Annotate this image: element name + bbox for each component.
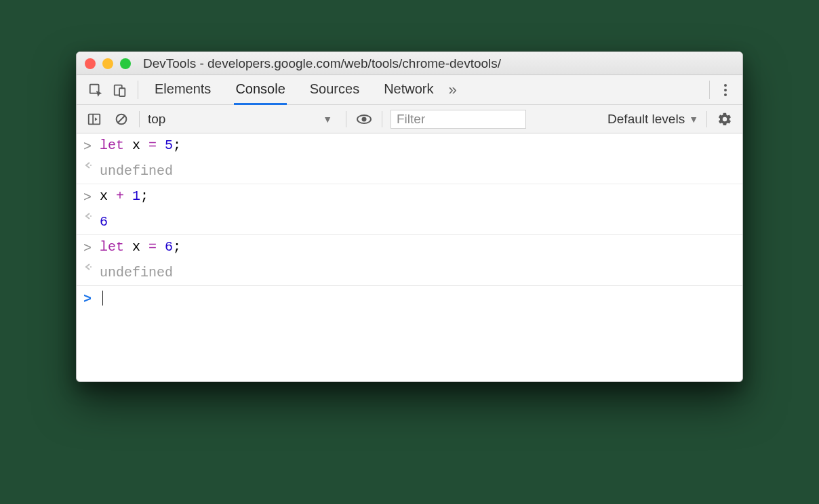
levels-label: Default levels [607, 112, 685, 127]
text-cursor [102, 291, 103, 306]
window-close-button[interactable] [85, 58, 96, 69]
more-options-button[interactable] [715, 75, 736, 104]
tab-network[interactable]: Network [382, 75, 435, 105]
code-text: let x = 6; [100, 235, 181, 259]
inspect-element-icon[interactable] [83, 75, 108, 104]
device-toolbar-icon[interactable] [108, 75, 132, 104]
divider [706, 111, 707, 127]
window-minimize-button[interactable] [102, 58, 113, 69]
svg-marker-5 [95, 117, 98, 121]
code-text: let x = 5; [100, 133, 181, 158]
svg-point-11 [90, 215, 92, 217]
code-text: undefined [100, 261, 173, 285]
prompt-marker-icon: > [83, 286, 100, 312]
output-marker-icon [83, 210, 100, 221]
console-toolbar: top ▼ Default levels ▼ [77, 105, 742, 133]
execution-context-selector[interactable]: top ▼ [148, 112, 338, 127]
title-bar: DevTools - developers.google.com/web/too… [77, 52, 742, 75]
console-input-line: >let x = 6; [77, 235, 742, 261]
console-input-line: >let x = 5; [77, 133, 742, 159]
tab-sources[interactable]: Sources [308, 75, 361, 105]
divider [138, 81, 138, 99]
console-settings-icon[interactable] [715, 110, 734, 129]
code-text: x + 1; [100, 184, 148, 209]
divider [346, 111, 346, 127]
console-prompt[interactable]: > [77, 286, 742, 312]
svg-line-7 [118, 115, 125, 122]
console-output-line: undefined [77, 261, 742, 286]
log-levels-selector[interactable]: Default levels ▼ [607, 112, 698, 127]
code-text: undefined [100, 159, 173, 184]
chevron-down-icon: ▼ [689, 114, 698, 125]
window-zoom-button[interactable] [120, 58, 131, 69]
window-title: DevTools - developers.google.com/web/too… [143, 56, 501, 71]
svg-rect-3 [89, 114, 100, 124]
show-console-sidebar-icon[interactable] [85, 110, 104, 129]
console-output: >let x = 5;undefined>x + 1;6>let x = 6;u… [77, 133, 742, 312]
output-marker-icon [83, 261, 100, 272]
devtools-window: DevTools - developers.google.com/web/too… [76, 51, 743, 382]
divider [709, 81, 710, 99]
live-expression-icon[interactable] [355, 110, 374, 129]
chevron-down-icon: ▼ [323, 114, 332, 125]
context-label: top [148, 112, 165, 127]
svg-point-9 [362, 117, 367, 121]
console-filter-input[interactable] [391, 110, 526, 129]
svg-point-12 [90, 266, 92, 268]
tab-list: Elements Console Sources Network [144, 75, 445, 104]
output-marker-icon [83, 159, 100, 170]
svg-point-10 [90, 165, 92, 166]
prompt-input[interactable] [100, 286, 103, 310]
svg-rect-2 [119, 88, 125, 96]
divider [139, 111, 140, 127]
input-marker-icon: > [83, 235, 100, 261]
console-output-line: 6 [77, 210, 742, 235]
tab-elements[interactable]: Elements [153, 75, 212, 105]
input-marker-icon: > [83, 184, 100, 210]
tabs-overflow-button[interactable]: » [445, 75, 461, 104]
code-text: 6 [100, 210, 108, 234]
devtools-tabbar: Elements Console Sources Network » [77, 75, 742, 105]
input-marker-icon: > [83, 133, 100, 159]
tab-console[interactable]: Console [234, 75, 286, 105]
console-input-line: >x + 1; [77, 184, 742, 210]
clear-console-icon[interactable] [112, 110, 131, 129]
console-output-line: undefined [77, 159, 742, 184]
divider [382, 111, 382, 127]
